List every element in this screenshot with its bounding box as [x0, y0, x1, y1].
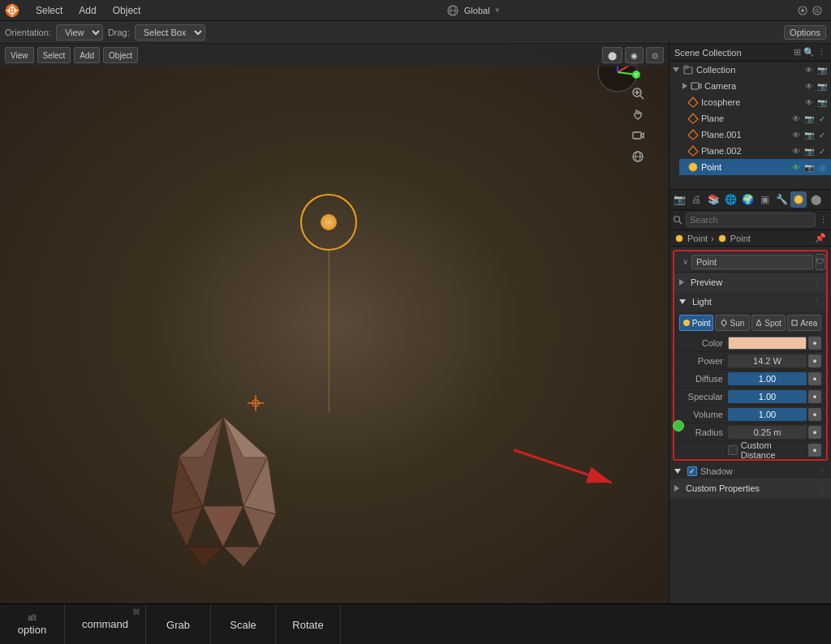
shadow-checkbox[interactable]: ✓ — [687, 466, 697, 476]
shadow-section[interactable]: ✓ Shadow ⋮ — [670, 464, 831, 479]
menu-add[interactable]: Add — [71, 0, 104, 20]
light-section-header[interactable]: Light ⋮ — [674, 292, 826, 311]
object-button[interactable]: Object — [103, 47, 138, 63]
diffuse-row: Diffuse ● — [674, 370, 826, 388]
kb-option[interactable]: alt option — [0, 604, 65, 644]
outliner-icosphere[interactable]: Icosphere 👁 📷 — [679, 94, 831, 110]
kb-scale-label: Scale — [230, 619, 256, 631]
svg-point-8 — [801, 9, 804, 12]
volume-row: Volume ● — [674, 406, 826, 423]
snap-icon — [797, 5, 808, 16]
kb-scale[interactable]: Scale — [211, 604, 276, 644]
hand-icon[interactable] — [629, 105, 647, 123]
color-label: Color — [679, 338, 728, 348]
outliner-plane002[interactable]: Plane.002 👁 📷 ✓ — [679, 143, 831, 159]
volume-dot-btn[interactable]: ● — [808, 408, 821, 421]
outliner-collection[interactable]: Collection 👁 📷 — [670, 62, 831, 78]
custom-distance-label: Custom Distance — [741, 440, 807, 460]
power-value[interactable] — [728, 354, 807, 368]
drag-dropdown[interactable]: Select Box — [135, 24, 205, 41]
add-button[interactable]: Add — [74, 47, 100, 63]
specular-input[interactable] — [728, 390, 807, 403]
outliner-plane001[interactable]: Plane.001 👁 📷 ✓ — [679, 127, 831, 143]
light-properties-section: ∨ 🛡 Preview ⋮ Light ⋮ — [673, 250, 828, 461]
diffuse-dot-btn[interactable]: ● — [808, 372, 821, 385]
specular-value[interactable] — [728, 389, 807, 404]
world-icon[interactable] — [629, 148, 647, 165]
radius-value[interactable] — [728, 425, 807, 440]
volume-label: Volume — [679, 410, 728, 419]
custom-distance-row: Custom Distance ● — [674, 441, 826, 459]
tab-scene[interactable]: 🌐 — [722, 191, 738, 208]
search-icon — [673, 215, 682, 225]
svg-point-59 — [676, 235, 682, 242]
custom-props-section[interactable]: Custom Properties ⋮ — [670, 479, 831, 498]
tab-view-layer[interactable]: 📚 — [705, 191, 721, 208]
outliner-point[interactable]: Point 👁 📷 ◎ — [679, 159, 831, 175]
volume-input[interactable] — [728, 408, 807, 421]
orientation-dropdown[interactable]: View — [56, 24, 103, 41]
options-button[interactable]: Options — [784, 25, 826, 40]
radius-dot-btn[interactable]: ● — [808, 426, 821, 439]
custom-distance-dot-btn[interactable]: ● — [808, 444, 821, 457]
render-icon[interactable]: 📷 — [816, 64, 828, 75]
light-type-area[interactable]: Area — [787, 315, 821, 331]
fake-user-btn[interactable]: 🛡 — [816, 254, 825, 270]
breadcrumb-sep: › — [711, 234, 714, 243]
svg-marker-38 — [223, 547, 260, 567]
filter-icon[interactable]: ⊞ — [794, 47, 801, 58]
custom-distance-checkbox[interactable] — [728, 445, 738, 455]
tab-data[interactable] — [790, 191, 807, 208]
tab-world[interactable]: 🌍 — [739, 191, 756, 208]
camera-view-icon[interactable] — [629, 127, 647, 144]
tab-render[interactable]: 📷 — [671, 191, 687, 208]
prop-search-input[interactable] — [686, 213, 816, 227]
tab-output[interactable]: 🖨 — [688, 191, 704, 208]
viewport-shading-button[interactable]: ⬤ — [602, 47, 622, 63]
global-label[interactable]: Global — [464, 6, 490, 15]
color-dot-btn[interactable]: ● — [808, 337, 821, 350]
search-icon[interactable]: 🔍 — [803, 47, 815, 58]
light-type-point[interactable]: Point — [679, 315, 713, 331]
svg-marker-34 — [203, 506, 243, 547]
menu-object[interactable]: Object — [105, 0, 149, 20]
prop-menu-btn[interactable]: ⋮ — [819, 215, 828, 225]
tab-modifier[interactable]: 🔧 — [773, 191, 790, 208]
color-swatch[interactable] — [728, 337, 807, 350]
light-object[interactable] — [300, 194, 357, 251]
kb-rotate[interactable]: Rotate — [276, 604, 341, 644]
radius-input[interactable] — [728, 426, 807, 439]
light-type-sun[interactable]: Sun — [715, 315, 749, 331]
outliner-camera[interactable]: Camera 👁 📷 — [679, 78, 831, 94]
sort-icon[interactable]: ⋮ — [817, 47, 826, 58]
view-button[interactable]: View — [5, 47, 34, 63]
xray-button[interactable]: ⊙ — [646, 47, 664, 63]
power-dot-btn[interactable]: ● — [808, 354, 821, 367]
kb-rotate-label: Rotate — [292, 619, 323, 631]
visibility-icon[interactable]: 👁 — [803, 64, 815, 75]
viewport-overlay-button[interactable]: ◉ — [625, 47, 644, 63]
outliner-plane[interactable]: Plane 👁 📷 ✓ — [679, 110, 831, 127]
light-type-spot[interactable]: Spot — [751, 315, 786, 331]
svg-marker-50 — [688, 97, 698, 107]
pin-icon[interactable]: 📌 — [815, 233, 826, 243]
kb-command[interactable]: ⌘ command — [65, 604, 146, 644]
select-button[interactable]: Select — [37, 47, 71, 63]
volume-value[interactable] — [728, 407, 807, 422]
diffuse-value[interactable] — [728, 371, 807, 386]
viewport[interactable]: View Select Add Object ⬤ ◉ ⊙ X Y — [0, 44, 669, 603]
color-value[interactable] — [728, 336, 807, 350]
specular-dot-btn[interactable]: ● — [808, 390, 821, 403]
tab-material[interactable]: ⬤ — [807, 191, 824, 208]
object-name-input[interactable] — [691, 255, 813, 269]
zoom-icon[interactable] — [629, 84, 647, 102]
menu-select[interactable]: Select — [28, 0, 71, 20]
power-input[interactable] — [728, 354, 807, 367]
diffuse-input[interactable] — [728, 372, 807, 385]
kb-grab[interactable]: Grab — [146, 604, 211, 644]
tab-object[interactable]: ▣ — [756, 191, 773, 208]
main-area: View Select Add Object ⬤ ◉ ⊙ X Y — [0, 44, 831, 603]
header-bar: Orientation: View Drag: Select Box Optio… — [0, 21, 831, 44]
preview-section[interactable]: Preview ⋮ — [674, 273, 826, 292]
point-light-indicator — [673, 420, 684, 431]
